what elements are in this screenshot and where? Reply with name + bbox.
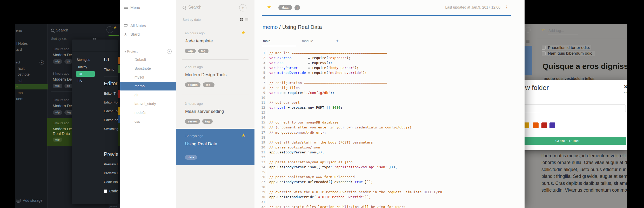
sidebar-folder-mysql[interactable]: mysql: [120, 73, 176, 82]
settings-row[interactable]: Theme: [104, 68, 118, 72]
note-time: 3 hours ago: [185, 102, 203, 106]
settings-row[interactable]: Editor Inc: [104, 118, 118, 122]
settings-row[interactable]: Editor Fo: [104, 100, 118, 105]
new-note-button[interactable]: +: [239, 4, 246, 11]
bg-folder-item[interactable]: ostnote: [18, 72, 30, 76]
code-line: 23// parse application/vnd.api+json as j…: [254, 160, 525, 165]
settings-row[interactable]: Editor Th: [104, 92, 118, 96]
tab-main[interactable]: main: [263, 39, 270, 43]
sidebar-folder-git[interactable]: git: [120, 90, 176, 99]
code-line: 20// parse application/json: [254, 145, 525, 150]
note-star-icon[interactable]: ★: [267, 4, 271, 10]
checkbox-icon[interactable]: [542, 46, 546, 50]
sidebar-folder-nodeJs[interactable]: nodeJs: [120, 108, 176, 117]
note-item[interactable]: 2 hours agoModern Design Toolsdesigntool: [176, 60, 254, 94]
settings-nav-hotkey[interactable]: Hotkey: [77, 65, 87, 69]
rw-new-note-button[interactable]: +: [525, 27, 531, 33]
settings-nav-storages[interactable]: Storages: [77, 58, 90, 62]
settings-row[interactable]: Code Blo: [104, 180, 118, 184]
tab-module[interactable]: module: [302, 39, 313, 43]
note-item[interactable]: an hours ago★Jade templatewiptag: [176, 26, 254, 60]
bg-sort-selector[interactable]: Sort by xxx: [51, 37, 66, 41]
rw-add-tag-input[interactable]: Add tag...: [548, 29, 564, 33]
settings-divider: [104, 76, 118, 76]
add-tag-button[interactable]: +: [294, 5, 300, 10]
settings-nav-ui[interactable]: UI: [76, 71, 95, 77]
color-swatch[interactable]: [549, 122, 555, 128]
background-app-sidebar: enu ll Notes tard ect + fault ostnote sq…: [15, 24, 48, 208]
settings-row[interactable]: Switching: [104, 127, 118, 131]
color-swatch[interactable]: [533, 122, 539, 128]
line-number: 18: [254, 135, 267, 140]
search-icon: [183, 5, 186, 10]
sidebar-item-all-notes[interactable]: All Notes: [130, 23, 146, 28]
note-item[interactable]: 3 hours agoMean server settingservertag: [176, 96, 254, 130]
line-number: 27: [254, 179, 267, 184]
rw-selected-note[interactable]: [525, 46, 532, 75]
hamburger-menu-icon[interactable]: [124, 6, 128, 10]
folder-name-input[interactable]: [509, 105, 626, 112]
checkbox-icon[interactable]: [542, 51, 546, 55]
note-tags: designtool: [185, 82, 217, 87]
bg-add-folder-button[interactable]: +: [39, 60, 44, 65]
paragraph-line: lobortis ornare nulla. Cras vitae augue …: [541, 159, 627, 166]
sidebar-folder-laravel_study[interactable]: laravel_study: [120, 99, 176, 108]
code-editor[interactable]: 1// modules ============================…: [254, 50, 525, 208]
settings-row[interactable]: Editor Fo: [104, 109, 118, 113]
paragraph-line: libero mattis metus, id elementum velit …: [541, 152, 627, 159]
create-folder-button[interactable]: Create folder: [509, 137, 626, 145]
rw-list-view-icon[interactable]: [526, 40, 529, 43]
line-number: 22: [254, 155, 267, 160]
note-divider: [182, 94, 249, 94]
code-line: 10: [254, 95, 525, 100]
bg-folder-item[interactable]: sql: [18, 79, 22, 83]
bg-folder-item-selected[interactable]: e: [15, 84, 48, 89]
paragraph-line: purus. Cras dapibus dapibus tellus, sit …: [541, 180, 627, 187]
code-line: 11// set our port: [254, 100, 525, 105]
menu-label[interactable]: Menu: [130, 5, 140, 10]
list-view-icon[interactable]: [245, 18, 248, 22]
settings-nav-info[interactable]: Info: [77, 79, 82, 82]
bg-syntax-mode-label[interactable]: javascri: [109, 204, 120, 208]
bg-new-note-button[interactable]: +: [106, 26, 113, 33]
note-star-icon[interactable]: ★: [241, 30, 246, 36]
note-item[interactable]: 12 days ago★Using Real Datadata: [176, 129, 254, 165]
bg-star-icon[interactable]: ★: [113, 25, 117, 30]
sidebar-item-starred[interactable]: Stard: [130, 32, 140, 36]
note-tag-badge[interactable]: data: [278, 5, 292, 10]
sort-selector[interactable]: Sort by date: [183, 18, 201, 22]
checkbox-icon[interactable]: [104, 190, 107, 193]
rw-checkbox-row[interactable]: Nam quis bibendum odio.: [542, 51, 595, 56]
kebab-menu-icon[interactable]: ⋮: [505, 5, 509, 10]
rw-star-icon[interactable]: ☆: [541, 27, 545, 33]
bg-folder-item[interactable]: uers: [16, 97, 23, 101]
bg-folder-item[interactable]: fault: [18, 66, 24, 70]
boostnote-window: Menu All Notes ★ Stard ▼ Project + Defau…: [120, 0, 525, 208]
bg-folder-item[interactable]: mo: [18, 91, 23, 95]
breadcrumb-folder[interactable]: memo: [263, 24, 278, 30]
settings-row[interactable]: Preview F: [104, 171, 118, 175]
add-storage-button[interactable]: Add storage: [16, 198, 43, 203]
add-tab-button[interactable]: +: [336, 38, 339, 43]
bg-all-notes-item[interactable]: ll Notes: [16, 41, 28, 46]
bg-menu-label[interactable]: enu: [16, 28, 22, 32]
bg-starred-item[interactable]: tard: [16, 47, 22, 51]
rw-checkbox-row[interactable]: Phasellus id tortor odio.: [542, 45, 591, 50]
line-number: 31: [254, 199, 267, 204]
settings-row[interactable]: Preview F: [104, 162, 118, 166]
sidebar-folder-css[interactable]: css: [120, 117, 176, 126]
add-storage-label: Add storage: [23, 198, 43, 203]
add-folder-button[interactable]: +: [167, 49, 172, 54]
bg-note-time: 8 hours ago: [53, 121, 69, 125]
color-swatch[interactable]: [541, 122, 547, 128]
settings-checkbox-row[interactable]: Code B: [104, 189, 118, 193]
code-line: 27app.use(bodyParser.urlencoded({ extend…: [254, 179, 525, 184]
grid-view-icon[interactable]: [240, 18, 243, 21]
search-input[interactable]: Search: [188, 5, 202, 10]
project-section-header[interactable]: ▼ Project: [124, 49, 138, 53]
sidebar-folder-memo[interactable]: memo: [120, 82, 176, 90]
note-star-icon[interactable]: ★: [241, 132, 246, 138]
sidebar-folder-Boostnote[interactable]: Boostnote: [120, 64, 176, 73]
sidebar-folder-Default[interactable]: Default: [120, 55, 176, 64]
bg-search-input[interactable]: Search: [56, 28, 68, 32]
